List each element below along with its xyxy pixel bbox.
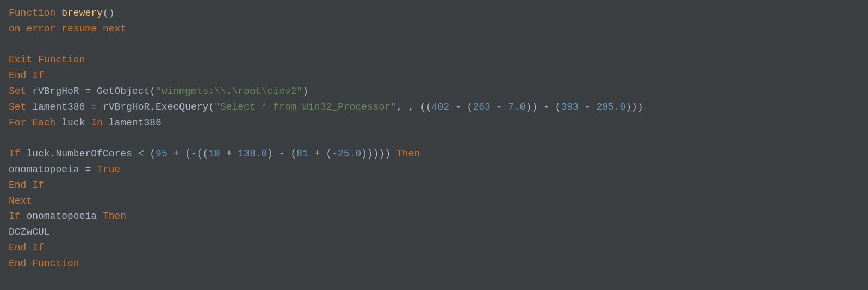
code-token xyxy=(21,23,27,34)
code-token: ))) xyxy=(625,102,643,112)
code-editor: Function brewery()on error resume next E… xyxy=(9,5,859,272)
code-token: + (-(( xyxy=(168,148,209,159)
code-token: , , (( xyxy=(396,102,432,112)
code-line: For Each luck In lament386 xyxy=(9,115,859,131)
code-line: Set rVBrgHoR = GetObject("winmgmts:\\.\r… xyxy=(9,84,859,99)
code-token: + ( xyxy=(308,148,332,159)
code-token: 295.0 xyxy=(596,102,625,112)
code-token xyxy=(55,23,61,34)
code-line: Next xyxy=(9,193,859,209)
code-line: Set lament386 = rVBrgHoR.ExecQuery("Sele… xyxy=(9,99,859,115)
code-token: onomatopoeia xyxy=(9,164,85,175)
code-token: ( xyxy=(144,148,156,159)
code-token: Function xyxy=(9,8,55,18)
code-token: Function xyxy=(38,54,85,65)
code-token: In xyxy=(91,117,103,128)
code-token: 95 xyxy=(156,148,168,159)
code-token: on xyxy=(9,23,21,34)
code-line: End If xyxy=(9,240,859,256)
code-token: End xyxy=(9,70,26,81)
code-token: Each xyxy=(32,117,55,128)
code-token: - ( xyxy=(449,102,473,112)
code-line: onomatopoeia = True xyxy=(9,162,859,178)
code-token: Set xyxy=(9,86,26,97)
code-token xyxy=(32,54,38,65)
code-token: + xyxy=(220,148,238,159)
code-line: End If xyxy=(9,178,859,193)
code-token: If xyxy=(32,242,44,253)
code-token: Set xyxy=(9,102,26,112)
code-token: If xyxy=(32,70,44,81)
code-token: Then xyxy=(396,148,420,159)
code-token: 10 xyxy=(208,148,220,159)
code-token xyxy=(26,180,32,191)
code-token: lament386 xyxy=(26,102,91,112)
code-token: brewery xyxy=(61,8,103,18)
code-token xyxy=(26,242,32,253)
code-token: If xyxy=(32,180,44,191)
code-token: "winmgmts:\\.\root\cimv2" xyxy=(156,86,302,97)
code-token: 263 xyxy=(473,102,490,112)
code-token: = xyxy=(85,164,91,175)
code-token: End xyxy=(9,258,26,269)
code-token: = xyxy=(85,86,91,97)
code-token: lament386 xyxy=(103,117,162,128)
code-token: () xyxy=(103,8,115,18)
code-token: Function xyxy=(32,258,79,269)
code-token: If xyxy=(9,211,21,222)
code-token: next xyxy=(103,23,126,34)
code-token: - xyxy=(579,102,596,112)
code-line: End Function xyxy=(9,256,859,272)
code-token: Exit xyxy=(9,54,32,65)
code-token: - xyxy=(491,102,508,112)
code-line: If luck.NumberOfCores < (95 + (-((10 + 1… xyxy=(9,146,859,162)
code-token: Then xyxy=(103,211,126,222)
code-token: rVBrgHoR xyxy=(26,86,85,97)
code-line: DCZwCUL xyxy=(9,224,859,240)
code-token: rVBrgHoR.ExecQuery( xyxy=(97,102,214,112)
code-token: For xyxy=(9,117,26,128)
code-token: 138.0 xyxy=(238,148,267,159)
code-token xyxy=(26,258,32,269)
code-token: luck.NumberOfCores xyxy=(21,148,138,159)
code-token: DCZwCUL xyxy=(9,226,50,237)
code-line: Exit Function xyxy=(9,52,859,68)
code-token: "Select * from Win32_Processor" xyxy=(214,102,396,112)
code-token: 7.0 xyxy=(508,102,525,112)
code-line: on error resume next xyxy=(9,21,859,37)
code-token xyxy=(97,23,103,34)
code-token: End xyxy=(9,180,26,191)
code-token: error xyxy=(26,23,55,34)
code-token: resume xyxy=(61,23,97,34)
code-token: 402 xyxy=(432,102,449,112)
code-line xyxy=(9,37,859,53)
code-token: 81 xyxy=(296,148,308,159)
code-token xyxy=(26,70,32,81)
code-token: < xyxy=(138,148,144,159)
code-line xyxy=(9,130,859,146)
code-line: End If xyxy=(9,68,859,84)
code-token: luck xyxy=(55,117,91,128)
code-token: onomatopoeia xyxy=(21,211,103,222)
code-line: Function brewery() xyxy=(9,5,859,21)
code-token xyxy=(26,117,32,128)
code-token: Next xyxy=(9,196,32,206)
code-token: ) - ( xyxy=(267,148,296,159)
code-token: If xyxy=(9,148,21,159)
code-token: End xyxy=(9,242,26,253)
code-token: ) xyxy=(302,86,308,97)
code-token: = xyxy=(91,102,97,112)
code-token xyxy=(91,164,97,175)
code-token: ))))) xyxy=(361,148,396,159)
code-line: If onomatopoeia Then xyxy=(9,209,859,224)
code-token: 393 xyxy=(561,102,578,112)
code-token: True xyxy=(97,164,120,175)
code-token: GetObject( xyxy=(91,86,156,97)
code-token xyxy=(55,8,61,18)
code-token: -25.0 xyxy=(332,148,361,159)
code-token: )) - ( xyxy=(526,102,561,112)
